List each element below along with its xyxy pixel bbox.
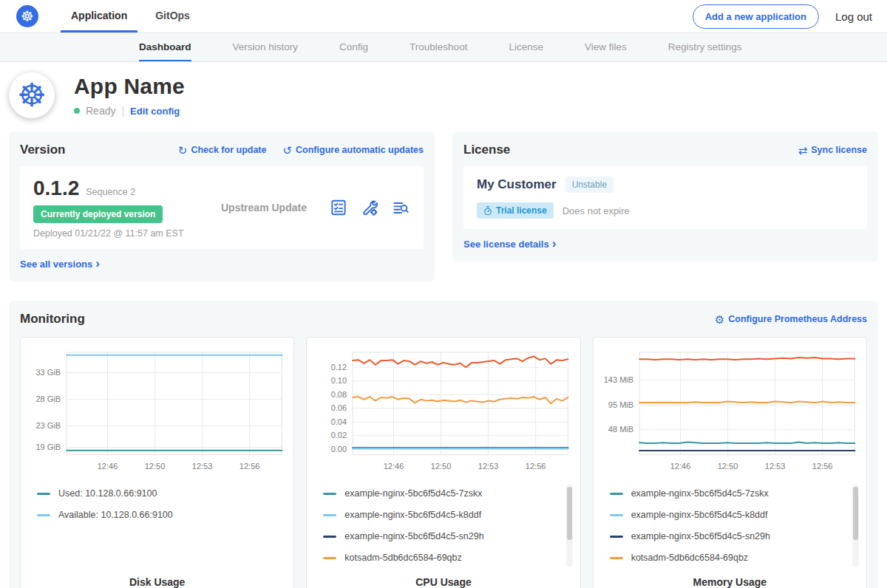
add-application-button[interactable]: Add a new application (693, 4, 819, 29)
svg-text:48 MiB: 48 MiB (608, 425, 633, 434)
legend-item: example-nginx-5bc6f5d4c5-sn29h (323, 526, 572, 547)
see-license-details-link[interactable]: See license details › (463, 238, 556, 250)
release-type: Upstream Update (203, 202, 329, 213)
svg-text:12:50: 12:50 (717, 462, 738, 471)
configure-prometheus-link[interactable]: ⚙ Configure Prometheus Address (715, 314, 867, 325)
svg-text:12:50: 12:50 (145, 462, 166, 471)
logout-button[interactable]: Log out (835, 10, 872, 23)
svg-text:12:46: 12:46 (98, 462, 118, 471)
tab-dashboard[interactable]: Dashboard (139, 33, 191, 61)
license-card: License ⇄ Sync license My Customer Unsta… (452, 131, 878, 261)
svg-text:23 GiB: 23 GiB (35, 421, 61, 430)
nav-tab-gitops[interactable]: GitOps (145, 0, 200, 33)
svg-text:28 GiB: 28 GiB (35, 394, 61, 403)
legend-color-dash (610, 493, 623, 495)
page-title: App Name (74, 74, 185, 99)
refresh-icon: ↻ (178, 145, 188, 156)
legend-color-dash (323, 493, 336, 495)
legend-item: example-nginx-5bc6f5d4c5-k8ddf (323, 505, 572, 526)
svg-text:12:46: 12:46 (670, 462, 690, 471)
see-all-versions-link[interactable]: See all versions › (20, 258, 100, 270)
tab-config[interactable]: Config (339, 33, 368, 61)
chart-panel-cpu-usage: 0.000.020.040.060.080.100.1212:4612:5012… (306, 337, 580, 588)
svg-text:12:56: 12:56 (239, 462, 260, 471)
svg-text:95 MiB: 95 MiB (608, 400, 633, 409)
charts-row: 19 GiB23 GiB28 GiB33 GiB12:4612:5012:531… (20, 337, 867, 588)
svg-text:0.06: 0.06 (331, 403, 347, 412)
svg-text:0.04: 0.04 (331, 417, 347, 426)
tab-version-history[interactable]: Version history (233, 33, 299, 61)
legend-scrollbar-thumb[interactable] (567, 487, 572, 540)
gear-icon: ⚙ (715, 314, 724, 325)
svg-text:12:50: 12:50 (431, 462, 452, 471)
trial-license-badge: Trial license (477, 202, 554, 219)
legend-item: example-nginx-5bc6f5d4c5-7zskx (323, 483, 572, 505)
svg-text:12:56: 12:56 (526, 462, 546, 471)
tab-license[interactable]: License (509, 33, 543, 61)
svg-text:33 GiB: 33 GiB (35, 368, 61, 377)
legend-item: example-nginx-5bc6f5d4c5-sn29h (610, 526, 859, 547)
svg-text:0.02: 0.02 (331, 431, 347, 440)
version-sequence: Sequence 2 (86, 187, 135, 197)
legend-color-dash (610, 557, 623, 559)
nav-tab-application[interactable]: Application (61, 0, 137, 33)
legend-label: example-nginx-5bc6f5d4c5-k8ddf (344, 510, 481, 520)
app-header: ☸ App Name Ready | Edit config (0, 62, 887, 121)
chart-legend: example-nginx-5bc6f5d4c5-7zskxexample-ng… (601, 483, 859, 570)
divider: | (121, 105, 124, 117)
legend-item: Used: 10.128.0.66:9100 (37, 483, 286, 505)
stopwatch-icon (483, 206, 492, 216)
version-card-title: Version (20, 143, 65, 157)
sync-arrows-icon: ⇄ (798, 145, 808, 156)
legend-item: Available: 10.128.0.66:9100 (37, 505, 286, 526)
sync-license-link[interactable]: ⇄ Sync license (798, 145, 867, 156)
legend-label: example-nginx-5bc6f5d4c5-k8ddf (631, 510, 768, 520)
edit-config-icon[interactable] (360, 198, 379, 217)
chevron-right-icon: › (552, 237, 557, 250)
check-for-update-link[interactable]: ↻ Check for update (178, 145, 267, 156)
version-card: Version ↻ Check for update ↺ Configure a… (9, 131, 435, 281)
legend-item: example-nginx-5bc6f5d4c5-7zskx (610, 483, 859, 505)
legend-scrollbar-thumb[interactable] (853, 487, 858, 540)
view-release-files-icon[interactable] (391, 198, 410, 217)
chart-panel-memory-usage: 48 MiB95 MiB143 MiB12:4612:5012:5312:56e… (593, 337, 867, 588)
top-nav: ☸ ApplicationGitOps Add a new applicatio… (0, 0, 887, 33)
legend-label: Used: 10.128.0.66:9100 (58, 488, 157, 499)
chart-panel-disk-usage: 19 GiB23 GiB28 GiB33 GiB12:4612:5012:531… (20, 337, 294, 588)
tab-registry-settings[interactable]: Registry settings (668, 33, 742, 61)
legend-label: example-nginx-5bc6f5d4c5-sn29h (631, 531, 770, 541)
svg-text:12:53: 12:53 (478, 462, 499, 471)
kubernetes-logo[interactable]: ☸ (16, 0, 38, 33)
configure-automatic-updates-link[interactable]: ↺ Configure automatic updates (282, 145, 424, 156)
legend-label: kotsadm-5db6dc6584-69qbz (631, 553, 748, 563)
chart-legend: example-nginx-5bc6f5d4c5-7zskxexample-ng… (314, 483, 572, 570)
svg-text:12:53: 12:53 (192, 462, 213, 471)
license-card-title: License (463, 143, 510, 157)
svg-text:0.00: 0.00 (331, 445, 347, 454)
tab-view-files[interactable]: View files (585, 33, 627, 61)
chart-legend: Used: 10.128.0.66:9100Available: 10.128.… (28, 483, 286, 570)
svg-text:0.08: 0.08 (331, 390, 347, 399)
chart-title: Disk Usage (28, 570, 286, 588)
legend-scrollbar[interactable] (852, 485, 859, 567)
svg-text:0.10: 0.10 (331, 376, 347, 385)
kubernetes-logo-icon: ☸ (16, 5, 38, 27)
app-sub-nav: DashboardVersion historyConfigTroublesho… (0, 33, 887, 62)
version-number: 0.1.2 (33, 177, 79, 200)
preflight-checks-icon[interactable] (329, 198, 348, 217)
license-expiry: Does not expire (563, 205, 630, 216)
legend-color-dash (323, 536, 336, 538)
customer-name: My Customer (477, 177, 557, 192)
svg-text:12:46: 12:46 (384, 462, 404, 471)
legend-color-dash (37, 493, 50, 495)
top-nav-tabs: ApplicationGitOps (61, 0, 200, 33)
kubernetes-app-icon: ☸ (17, 79, 46, 112)
tab-troubleshoot[interactable]: Troubleshoot (409, 33, 467, 61)
legend-label: Available: 10.128.0.66:9100 (58, 510, 173, 520)
legend-scrollbar[interactable] (566, 485, 573, 567)
edit-config-link[interactable]: Edit config (130, 106, 180, 117)
legend-color-dash (37, 514, 50, 516)
chart-plot: 48 MiB95 MiB143 MiB12:4612:5012:5312:56 (601, 346, 859, 474)
legend-item: kotsadm-5db6dc6584-69qbz (323, 547, 572, 569)
monitoring-title: Monitoring (20, 312, 85, 327)
